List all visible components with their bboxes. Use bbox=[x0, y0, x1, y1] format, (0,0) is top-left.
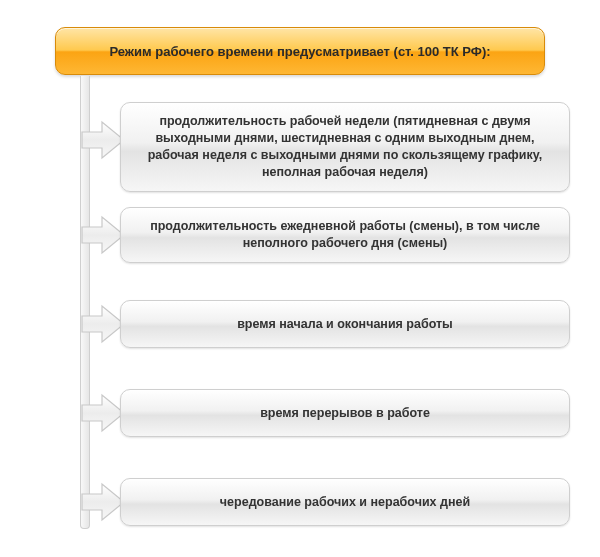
diagram-item-text: время начала и окончания работы bbox=[237, 316, 453, 333]
diagram-item-text: чередование рабочих и нерабочих дней bbox=[220, 494, 470, 511]
diagram-item-text: продолжительность рабочей недели (пятидн… bbox=[139, 113, 551, 181]
diagram-item: чередование рабочих и нерабочих дней bbox=[120, 478, 570, 526]
diagram-header-text: Режим рабочего времени предусматривает (… bbox=[109, 44, 490, 59]
diagram-item: время перерывов в работе bbox=[120, 389, 570, 437]
diagram-item: продолжительность рабочей недели (пятидн… bbox=[120, 102, 570, 192]
diagram-item-text: время перерывов в работе bbox=[260, 405, 430, 422]
diagram-item: продолжительность ежедневной работы (сме… bbox=[120, 207, 570, 263]
diagram-canvas: Режим рабочего времени предусматривает (… bbox=[0, 0, 600, 557]
diagram-item-text: продолжительность ежедневной работы (сме… bbox=[139, 218, 551, 252]
diagram-header: Режим рабочего времени предусматривает (… bbox=[55, 27, 545, 75]
diagram-item: время начала и окончания работы bbox=[120, 300, 570, 348]
